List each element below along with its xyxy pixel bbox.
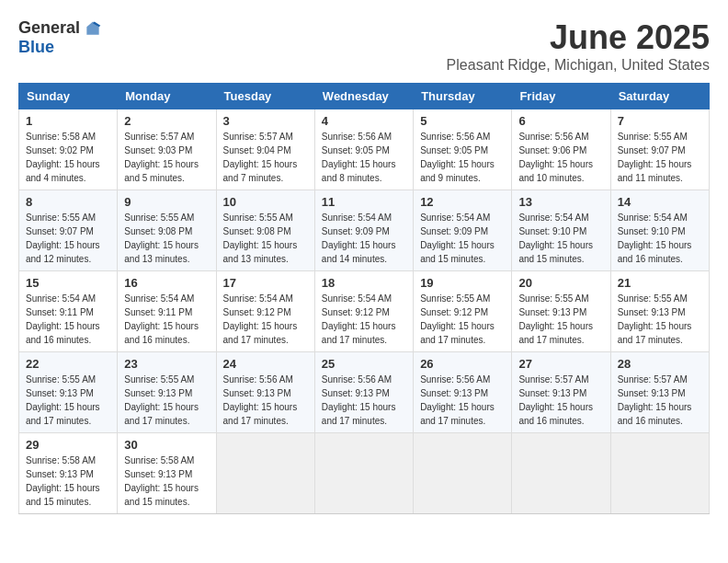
calendar-cell: 10Sunrise: 5:55 AMSunset: 9:08 PMDayligh… <box>216 190 314 271</box>
daylight-text: Daylight: 15 hours and 13 minutes. <box>223 238 308 266</box>
day-number: 20 <box>518 276 603 290</box>
month-year-title: June 2025 <box>447 18 710 57</box>
sunset-text: Sunset: 9:13 PM <box>518 386 603 400</box>
day-number: 25 <box>322 357 406 371</box>
calendar-cell <box>414 433 512 514</box>
calendar-cell: 8Sunrise: 5:55 AMSunset: 9:07 PMDaylight… <box>19 190 118 271</box>
calendar-week-row: 1Sunrise: 5:58 AMSunset: 9:02 PMDaylight… <box>19 109 710 190</box>
day-info: Sunrise: 5:56 AMSunset: 9:13 PMDaylight:… <box>322 373 406 428</box>
day-info: Sunrise: 5:55 AMSunset: 9:08 PMDaylight:… <box>223 211 308 266</box>
daylight-text: Daylight: 15 hours and 16 minutes. <box>124 319 209 347</box>
calendar-header-sunday: Sunday <box>19 84 118 109</box>
sunrise-text: Sunrise: 5:54 AM <box>518 211 603 224</box>
sunrise-text: Sunrise: 5:54 AM <box>26 292 110 305</box>
daylight-text: Daylight: 15 hours and 16 minutes. <box>518 400 603 428</box>
daylight-text: Daylight: 15 hours and 17 minutes. <box>223 319 308 347</box>
logo-icon <box>84 19 102 38</box>
calendar-cell: 27Sunrise: 5:57 AMSunset: 9:13 PMDayligh… <box>512 352 610 433</box>
sunrise-text: Sunrise: 5:55 AM <box>124 373 209 386</box>
sunrise-text: Sunrise: 5:54 AM <box>618 211 702 224</box>
sunset-text: Sunset: 9:13 PM <box>420 386 505 400</box>
calendar-cell: 29Sunrise: 5:58 AMSunset: 9:13 PMDayligh… <box>19 433 118 514</box>
calendar-cell: 1Sunrise: 5:58 AMSunset: 9:02 PMDaylight… <box>19 109 118 190</box>
title-area: June 2025 Pleasant Ridge, Michigan, Unit… <box>447 18 710 74</box>
day-info: Sunrise: 5:57 AMSunset: 9:13 PMDaylight:… <box>518 373 603 428</box>
daylight-text: Daylight: 15 hours and 8 minutes. <box>322 157 406 185</box>
calendar-cell: 14Sunrise: 5:54 AMSunset: 9:10 PMDayligh… <box>610 190 709 271</box>
day-info: Sunrise: 5:56 AMSunset: 9:06 PMDaylight:… <box>518 130 603 185</box>
calendar-cell: 30Sunrise: 5:58 AMSunset: 9:13 PMDayligh… <box>118 433 216 514</box>
daylight-text: Daylight: 15 hours and 17 minutes. <box>518 319 603 347</box>
sunrise-text: Sunrise: 5:57 AM <box>124 130 209 144</box>
sunset-text: Sunset: 9:06 PM <box>518 144 603 157</box>
sunset-text: Sunset: 9:09 PM <box>420 224 505 238</box>
sunset-text: Sunset: 9:09 PM <box>322 224 406 238</box>
day-number: 16 <box>124 276 209 290</box>
daylight-text: Daylight: 15 hours and 10 minutes. <box>518 157 603 185</box>
calendar-cell: 28Sunrise: 5:57 AMSunset: 9:13 PMDayligh… <box>610 352 709 433</box>
sunset-text: Sunset: 9:13 PM <box>124 386 209 400</box>
daylight-text: Daylight: 15 hours and 17 minutes. <box>322 400 406 428</box>
daylight-text: Daylight: 15 hours and 15 minutes. <box>518 238 603 266</box>
calendar-header-row: SundayMondayTuesdayWednesdayThursdayFrid… <box>19 84 710 109</box>
day-info: Sunrise: 5:55 AMSunset: 9:13 PMDaylight:… <box>26 373 110 428</box>
calendar-table: SundayMondayTuesdayWednesdayThursdayFrid… <box>18 83 710 514</box>
calendar-cell: 13Sunrise: 5:54 AMSunset: 9:10 PMDayligh… <box>512 190 610 271</box>
logo-blue-text: Blue <box>18 38 54 57</box>
day-number: 19 <box>420 276 505 290</box>
day-number: 23 <box>124 357 209 371</box>
day-info: Sunrise: 5:55 AMSunset: 9:13 PMDaylight:… <box>618 292 702 347</box>
day-info: Sunrise: 5:58 AMSunset: 9:02 PMDaylight:… <box>26 130 110 185</box>
sunset-text: Sunset: 9:13 PM <box>124 467 209 481</box>
calendar-cell: 2Sunrise: 5:57 AMSunset: 9:03 PMDaylight… <box>118 109 216 190</box>
daylight-text: Daylight: 15 hours and 17 minutes. <box>124 400 209 428</box>
daylight-text: Daylight: 15 hours and 17 minutes. <box>420 319 505 347</box>
day-number: 7 <box>618 114 702 128</box>
day-info: Sunrise: 5:56 AMSunset: 9:05 PMDaylight:… <box>322 130 406 185</box>
sunset-text: Sunset: 9:12 PM <box>322 305 406 319</box>
calendar-cell: 23Sunrise: 5:55 AMSunset: 9:13 PMDayligh… <box>118 352 216 433</box>
calendar-cell: 22Sunrise: 5:55 AMSunset: 9:13 PMDayligh… <box>19 352 118 433</box>
calendar-cell: 17Sunrise: 5:54 AMSunset: 9:12 PMDayligh… <box>216 271 314 352</box>
sunset-text: Sunset: 9:11 PM <box>124 305 209 319</box>
sunrise-text: Sunrise: 5:55 AM <box>618 130 702 144</box>
daylight-text: Daylight: 15 hours and 16 minutes. <box>618 400 702 428</box>
day-number: 2 <box>124 114 209 128</box>
sunset-text: Sunset: 9:04 PM <box>223 144 308 157</box>
daylight-text: Daylight: 15 hours and 17 minutes. <box>26 400 110 428</box>
day-number: 12 <box>420 195 505 209</box>
day-number: 22 <box>26 357 110 371</box>
calendar-cell <box>314 433 413 514</box>
day-info: Sunrise: 5:55 AMSunset: 9:13 PMDaylight:… <box>124 373 209 428</box>
calendar-cell: 24Sunrise: 5:56 AMSunset: 9:13 PMDayligh… <box>216 352 314 433</box>
day-info: Sunrise: 5:54 AMSunset: 9:11 PMDaylight:… <box>26 292 110 347</box>
day-info: Sunrise: 5:54 AMSunset: 9:10 PMDaylight:… <box>618 211 702 266</box>
day-number: 5 <box>420 114 505 128</box>
daylight-text: Daylight: 15 hours and 13 minutes. <box>124 238 209 266</box>
sunrise-text: Sunrise: 5:57 AM <box>223 130 308 144</box>
calendar-cell: 16Sunrise: 5:54 AMSunset: 9:11 PMDayligh… <box>118 271 216 352</box>
sunset-text: Sunset: 9:13 PM <box>618 386 702 400</box>
sunset-text: Sunset: 9:08 PM <box>124 224 209 238</box>
daylight-text: Daylight: 15 hours and 15 minutes. <box>420 238 505 266</box>
calendar-cell <box>610 433 709 514</box>
day-info: Sunrise: 5:54 AMSunset: 9:11 PMDaylight:… <box>124 292 209 347</box>
calendar-cell: 20Sunrise: 5:55 AMSunset: 9:13 PMDayligh… <box>512 271 610 352</box>
calendar-cell: 21Sunrise: 5:55 AMSunset: 9:13 PMDayligh… <box>610 271 709 352</box>
sunset-text: Sunset: 9:13 PM <box>322 386 406 400</box>
day-number: 27 <box>518 357 603 371</box>
day-info: Sunrise: 5:54 AMSunset: 9:09 PMDaylight:… <box>322 211 406 266</box>
sunrise-text: Sunrise: 5:58 AM <box>26 454 110 467</box>
sunrise-text: Sunrise: 5:56 AM <box>420 373 505 386</box>
sunrise-text: Sunrise: 5:55 AM <box>420 292 505 305</box>
calendar-cell: 5Sunrise: 5:56 AMSunset: 9:05 PMDaylight… <box>414 109 512 190</box>
day-number: 17 <box>223 276 308 290</box>
calendar-header-saturday: Saturday <box>610 84 709 109</box>
calendar-header-tuesday: Tuesday <box>216 84 314 109</box>
sunrise-text: Sunrise: 5:54 AM <box>322 211 406 224</box>
day-number: 29 <box>26 438 110 452</box>
sunrise-text: Sunrise: 5:56 AM <box>223 373 308 386</box>
calendar-week-row: 15Sunrise: 5:54 AMSunset: 9:11 PMDayligh… <box>19 271 710 352</box>
sunset-text: Sunset: 9:13 PM <box>518 305 603 319</box>
day-number: 28 <box>618 357 702 371</box>
